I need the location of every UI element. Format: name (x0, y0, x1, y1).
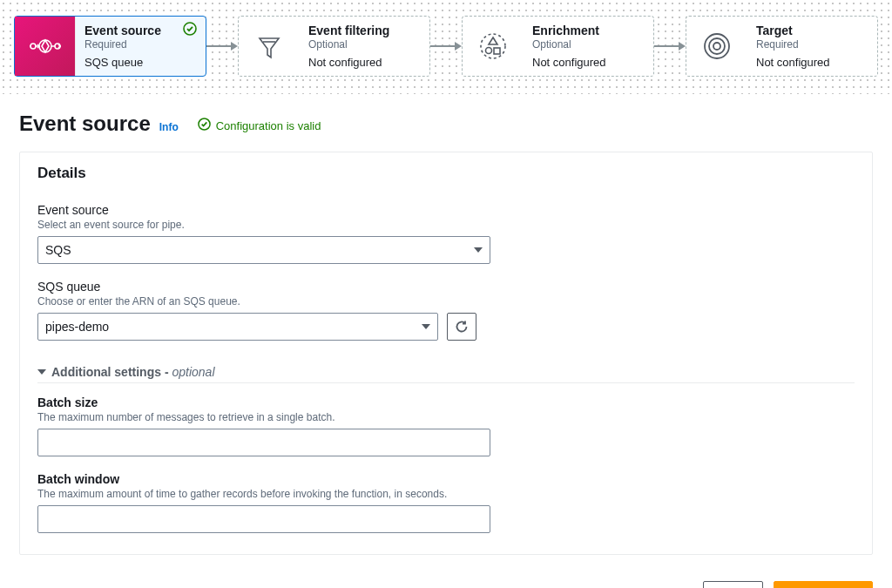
sqs-queue-select[interactable]: pipes-demo (37, 313, 438, 341)
configuration-valid-indicator: Configuration is valid (198, 118, 321, 133)
svg-point-16 (713, 43, 720, 50)
refresh-button[interactable] (447, 313, 476, 341)
shapes-icon (463, 17, 524, 76)
page-header: Event source Info Configuration is valid (19, 112, 873, 136)
stage-title: Target (756, 24, 868, 37)
refresh-icon (455, 320, 469, 334)
arrow-icon (430, 41, 462, 51)
field-label: SQS queue (37, 280, 855, 294)
stage-event-source[interactable]: Event source Required SQS queue (14, 16, 206, 77)
info-link[interactable]: Info (159, 121, 179, 133)
svg-rect-11 (494, 48, 500, 54)
stage-target[interactable]: Target Required Not configured (686, 16, 878, 77)
arrow-icon (654, 41, 686, 51)
svg-marker-8 (455, 42, 462, 51)
page-title: Event source (19, 112, 151, 136)
field-event-source: Event source Select an event source for … (37, 203, 855, 264)
cancel-button[interactable]: Cancel (632, 583, 693, 588)
stage-event-filtering[interactable]: Event filtering Optional Not configured (238, 16, 430, 77)
field-help: The maximum number of messages to retrie… (37, 411, 855, 423)
field-label: Batch size (37, 395, 855, 409)
additional-settings-title: Additional settings - optional (51, 365, 215, 379)
stage-title: Enrichment (532, 24, 645, 37)
event-source-icon (15, 17, 76, 76)
stage-detail: Not configured (756, 56, 868, 69)
batch-window-input[interactable] (37, 505, 490, 533)
check-circle-icon (198, 118, 211, 133)
stage-sub: Required (756, 38, 868, 51)
field-help: Choose or enter the ARN of an SQS queue. (37, 295, 855, 308)
svg-marker-13 (679, 42, 686, 51)
field-label: Event source (37, 203, 855, 217)
stage-title: Event source (84, 24, 197, 37)
select-value: pipes-demo (45, 320, 109, 334)
target-icon (686, 17, 747, 76)
field-batch-window: Batch window The maximum amount of time … (37, 472, 855, 533)
batch-size-input[interactable] (37, 429, 490, 456)
stage-title: Event filtering (308, 24, 421, 37)
main-content: Event source Info Configuration is valid… (0, 94, 892, 564)
footer: Cancel Next Create pipe (0, 564, 892, 588)
svg-point-10 (486, 48, 492, 54)
details-card: Details Event source Select an event sou… (19, 152, 873, 555)
details-header: Details (20, 152, 872, 194)
check-circle-icon (183, 22, 197, 38)
stage-sub: Optional (308, 38, 421, 51)
field-batch-size: Batch size The maximum number of message… (37, 395, 855, 456)
pipeline-row: Event source Required SQS queue (14, 16, 878, 77)
stage-sub: Required (84, 38, 197, 51)
additional-settings-toggle[interactable]: Additional settings - optional (37, 356, 855, 383)
chevron-down-icon (422, 324, 430, 329)
stage-enrichment[interactable]: Enrichment Optional Not configured (462, 16, 654, 77)
select-value: SQS (45, 243, 71, 257)
stage-detail: Not configured (532, 56, 645, 69)
svg-point-15 (709, 38, 725, 54)
field-help: The maximum amount of time to gather rec… (37, 488, 855, 500)
event-source-select[interactable]: SQS (37, 236, 490, 264)
pipeline-panel: Event source Required SQS queue (0, 0, 892, 94)
stage-detail: SQS queue (84, 56, 197, 69)
svg-point-1 (30, 44, 36, 49)
stage-detail: Not configured (308, 56, 421, 69)
next-button[interactable]: Next (703, 581, 762, 588)
field-label: Batch window (37, 472, 855, 486)
field-help: Select an event source for pipe. (37, 219, 855, 231)
filter-icon (239, 17, 300, 76)
chevron-down-icon (474, 247, 483, 253)
svg-marker-5 (231, 42, 238, 51)
create-pipe-button[interactable]: Create pipe (774, 581, 873, 588)
arrow-icon (206, 41, 238, 51)
field-sqs-queue: SQS queue Choose or enter the ARN of an … (37, 280, 855, 341)
stage-sub: Optional (532, 38, 645, 51)
valid-text: Configuration is valid (216, 119, 321, 132)
chevron-down-icon (37, 369, 46, 375)
